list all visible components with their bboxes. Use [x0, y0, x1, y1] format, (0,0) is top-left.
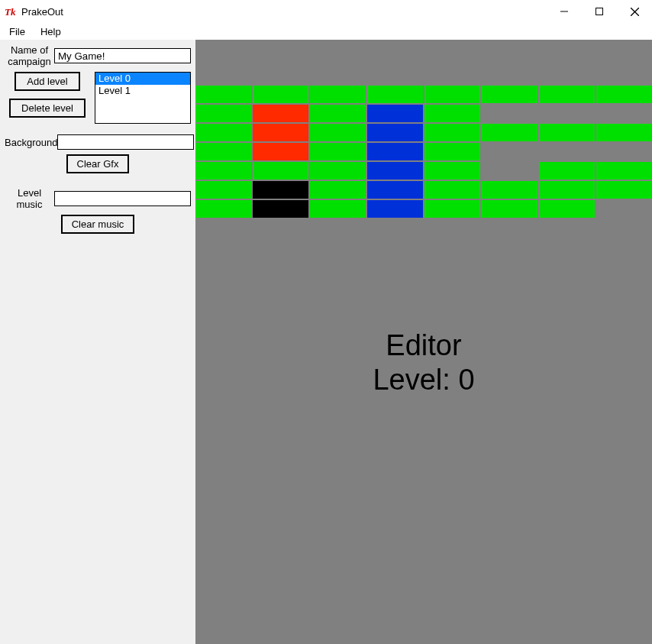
svg-rect-2 [596, 8, 603, 15]
brick-row [195, 162, 652, 180]
brick-row [195, 200, 652, 218]
brick-cell[interactable] [195, 86, 251, 103]
window-close-button[interactable] [617, 0, 652, 23]
brick-cell[interactable] [195, 181, 251, 199]
brick-row [195, 143, 652, 160]
editor-level-label: Level: 0 [195, 363, 652, 398]
brick-cell[interactable] [539, 105, 595, 122]
brick-cell[interactable] [482, 200, 537, 218]
editor-overlay: Editor Level: 0 [195, 328, 652, 398]
brick-cell[interactable] [253, 181, 308, 199]
brick-cell[interactable] [596, 200, 652, 218]
window-title: PrakeOut [21, 6, 63, 18]
brick-cell[interactable] [195, 200, 251, 218]
music-row: Level music [5, 187, 191, 210]
brick-cell[interactable] [310, 200, 366, 218]
background-input[interactable] [57, 134, 194, 150]
campaign-row: Name of campaign [5, 44, 191, 67]
clear-music-button[interactable]: Clear music [61, 215, 135, 234]
titlebar: Tk PrakeOut [0, 0, 652, 23]
editor-title: Editor [195, 328, 652, 364]
brick-cell[interactable] [596, 143, 652, 160]
brick-row [195, 181, 652, 199]
brick-cell[interactable] [596, 105, 652, 122]
brick-cell[interactable] [310, 86, 366, 103]
brick-cell[interactable] [424, 105, 480, 122]
brick-grid[interactable] [195, 86, 652, 219]
background-row: Background [5, 134, 191, 150]
window-maximize-button[interactable] [582, 0, 617, 23]
svg-text:Tk: Tk [5, 6, 16, 18]
brick-cell[interactable] [424, 181, 480, 199]
brick-cell[interactable] [482, 124, 537, 141]
brick-cell[interactable] [482, 181, 537, 199]
brick-cell[interactable] [253, 124, 308, 141]
sidebar: Name of campaign Add level Delete level … [0, 40, 195, 644]
brick-cell[interactable] [539, 181, 595, 199]
brick-cell[interactable] [195, 124, 251, 141]
brick-cell[interactable] [596, 162, 652, 180]
brick-cell[interactable] [367, 181, 423, 199]
brick-cell[interactable] [310, 143, 366, 160]
brick-cell[interactable] [367, 200, 423, 218]
brick-cell[interactable] [539, 143, 595, 160]
music-label: Level music [5, 187, 54, 210]
brick-cell[interactable] [310, 124, 366, 141]
brick-cell[interactable] [253, 105, 308, 122]
brick-cell[interactable] [253, 86, 308, 103]
add-level-button[interactable]: Add level [15, 72, 79, 91]
menu-help[interactable]: Help [34, 24, 67, 39]
app-icon: Tk [5, 5, 17, 18]
body: Name of campaign Add level Delete level … [0, 40, 652, 644]
music-input[interactable] [54, 191, 191, 206]
level-controls: Add level Delete level Level 0Level 1 [5, 72, 191, 124]
brick-cell[interactable] [424, 162, 480, 180]
brick-cell[interactable] [482, 86, 537, 103]
brick-cell[interactable] [596, 86, 652, 103]
brick-cell[interactable] [195, 162, 251, 180]
brick-cell[interactable] [482, 105, 537, 122]
brick-cell[interactable] [424, 86, 480, 103]
brick-cell[interactable] [367, 86, 423, 103]
brick-cell[interactable] [253, 143, 308, 160]
brick-cell[interactable] [424, 124, 480, 141]
brick-cell[interactable] [195, 143, 251, 160]
app-window: Tk PrakeOut File Help Name of campaign [0, 0, 652, 644]
background-label: Background [5, 137, 57, 148]
level-list-item[interactable]: Level 0 [95, 73, 190, 85]
brick-cell[interactable] [424, 200, 480, 218]
menu-file[interactable]: File [3, 24, 31, 39]
brick-cell[interactable] [367, 162, 423, 180]
brick-cell[interactable] [253, 200, 308, 218]
brick-cell[interactable] [253, 162, 308, 180]
window-minimize-button[interactable] [547, 0, 582, 23]
brick-cell[interactable] [539, 86, 595, 103]
brick-cell[interactable] [310, 181, 366, 199]
brick-cell[interactable] [539, 200, 595, 218]
brick-cell[interactable] [195, 105, 251, 122]
brick-cell[interactable] [367, 143, 423, 160]
brick-cell[interactable] [310, 105, 366, 122]
brick-cell[interactable] [596, 124, 652, 141]
menubar: File Help [0, 23, 652, 40]
brick-cell[interactable] [310, 162, 366, 180]
campaign-label: Name of campaign [5, 44, 54, 67]
delete-level-button[interactable]: Delete level [9, 99, 86, 118]
editor-canvas[interactable]: Editor Level: 0 [195, 40, 652, 644]
brick-cell[interactable] [539, 162, 595, 180]
level-list[interactable]: Level 0Level 1 [95, 72, 191, 124]
brick-row [195, 86, 652, 103]
clear-gfx-button[interactable]: Clear Gfx [66, 154, 130, 173]
brick-cell[interactable] [596, 181, 652, 199]
brick-cell[interactable] [367, 105, 423, 122]
brick-row [195, 124, 652, 141]
brick-row [195, 105, 652, 122]
brick-cell[interactable] [482, 162, 537, 180]
brick-cell[interactable] [482, 143, 537, 160]
brick-cell[interactable] [539, 124, 595, 141]
brick-cell[interactable] [367, 124, 423, 141]
level-list-item[interactable]: Level 1 [95, 85, 190, 97]
brick-cell[interactable] [424, 143, 480, 160]
campaign-input[interactable] [54, 48, 191, 63]
